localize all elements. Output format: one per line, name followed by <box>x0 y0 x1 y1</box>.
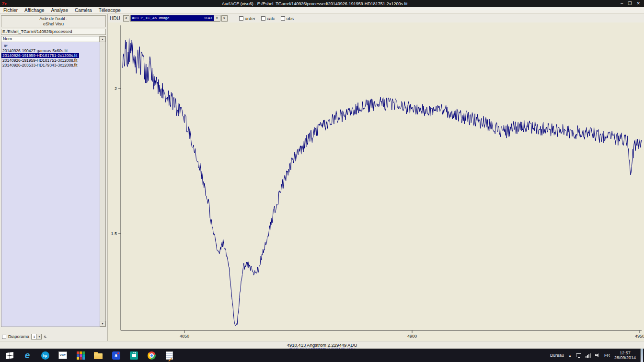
windows-store-icon <box>130 351 138 360</box>
windows-logo-icon <box>6 351 13 359</box>
internet-explorer-button[interactable]: e <box>22 349 33 362</box>
maximize-button[interactable]: ❐ <box>628 0 632 7</box>
order-option: order <box>239 16 255 21</box>
pixel-app-button[interactable] <box>75 349 86 362</box>
obs-checkbox[interactable] <box>281 16 285 21</box>
file-list-scrollbar[interactable] <box>100 42 105 321</box>
minimize-button[interactable]: – <box>621 0 623 7</box>
vnc-viewer-button[interactable]: VNC <box>57 349 69 362</box>
hdu-index: 1143 <box>204 15 212 21</box>
title-bar[interactable]: 7x Aud'ACE (visu6) - E:/Eshel_TGarrel/14… <box>0 0 644 7</box>
display-options: ordercalcobs <box>233 16 294 21</box>
chrome-icon <box>148 351 156 360</box>
menu-fichier[interactable]: Fichier <box>0 7 21 13</box>
close-button[interactable]: ✕ <box>636 0 640 7</box>
show-desktop-button[interactable] <box>640 349 643 362</box>
order-checkbox-label: order <box>245 16 255 21</box>
file-item[interactable]: 20140926-191959-HD181751-2x1200s.fit <box>1 53 79 58</box>
scrollbar-up-icon[interactable]: ▲ <box>100 36 105 42</box>
file-list: ☛ 20140926-190427-gamcas-5x60s.fit201409… <box>1 42 100 327</box>
hdu-toolbar: HDU < #23 P_1C_46 Image 1143 ▼ > orderca… <box>108 14 644 23</box>
internet-explorer-icon: e <box>25 351 30 360</box>
scrollbar-down-icon[interactable]: ▼ <box>100 321 105 327</box>
obs-checkbox-label: obs <box>287 16 294 21</box>
hp-button[interactable]: hp <box>39 349 51 362</box>
notepad-button[interactable] <box>163 349 175 362</box>
menu-telescope[interactable]: Télescope <box>95 7 124 13</box>
diaporama-unit: s. <box>44 334 47 339</box>
vnc-viewer-icon: VNC <box>58 351 67 359</box>
language-indicator[interactable]: FR <box>604 353 610 358</box>
tool-help-line2: eShel Visu <box>1 22 105 27</box>
tool-help-line1: Aide de l'outil : <box>1 16 105 22</box>
column-header-nom[interactable]: Nom <box>1 36 100 42</box>
menu-camera[interactable]: Caméra <box>71 7 95 13</box>
pixel-app-icon <box>77 351 85 360</box>
svg-text:4900: 4900 <box>407 334 417 339</box>
diaporama-controls: Diaporama 1 ▼ s. <box>2 334 47 339</box>
file-explorer-button[interactable] <box>92 349 104 362</box>
file-browser: Nom ▲ ☛ 20140926-190427-gamcas-5x60s.fit… <box>1 36 106 327</box>
file-explorer-icon <box>94 353 103 359</box>
start-button[interactable] <box>4 349 15 362</box>
tray-date: 28/09/2014 <box>614 355 636 360</box>
calc-option: calc <box>261 16 275 21</box>
notepad-icon <box>166 351 173 360</box>
tool-help-box: Aide de l'outil : eShel Visu <box>1 15 106 27</box>
svg-text:1.5: 1.5 <box>111 231 117 236</box>
audace-window: 7x Aud'ACE (visu6) - E:/Eshel_TGarrel/14… <box>0 0 644 362</box>
tray-time: 12:57 <box>614 351 636 355</box>
volume-tray-icon[interactable] <box>595 353 600 358</box>
show-hidden-icons-button[interactable]: ▲ <box>568 354 572 357</box>
hp-icon: hp <box>41 351 49 360</box>
calc-checkbox[interactable] <box>261 16 265 21</box>
clock[interactable]: 12:57 28/09/2014 <box>614 351 636 360</box>
system-tray: Bureau ▲ FR 12:57 28/09/2014 <box>550 349 644 362</box>
hdu-prev-button[interactable]: < <box>123 15 129 22</box>
menu-bar: FichierAffichageAnalyseCaméraTélescope <box>0 7 644 14</box>
file-item[interactable]: 20140926-190427-gamcas-5x60s.fit <box>1 48 68 53</box>
audace-icon: a <box>112 351 120 360</box>
hand-icon: ☛ <box>1 43 100 48</box>
hdu-label: HDU <box>110 16 120 21</box>
hdu-select[interactable]: #23 P_1C_46 Image 1143 ▼ <box>130 15 220 22</box>
obs-option: obs <box>281 16 294 21</box>
hdu-dropdown-icon[interactable]: ▼ <box>214 15 220 21</box>
chrome-button[interactable] <box>146 349 157 362</box>
svg-text:4850: 4850 <box>180 334 189 339</box>
svg-text:4950: 4950 <box>635 334 644 339</box>
spectrum-plot[interactable]: 21.5485049004950 <box>108 23 644 341</box>
diaporama-label: Diaporama <box>8 334 29 339</box>
diaporama-dropdown-icon[interactable]: ▼ <box>36 334 41 339</box>
diaporama-interval-value: 1 <box>32 335 36 339</box>
diaporama-interval-select[interactable]: 1 ▼ <box>31 334 42 339</box>
hdu-next-button[interactable]: > <box>221 15 228 22</box>
menu-analyse[interactable]: Analyse <box>48 7 72 13</box>
spectrum-chart: 21.5485049004950 <box>108 23 644 341</box>
sidebar: Aide de l'outil : eShel Visu E:/Eshel_TG… <box>0 14 108 341</box>
diaporama-checkbox[interactable] <box>2 335 6 339</box>
windows-store-button[interactable] <box>128 349 139 362</box>
audace-taskbar-button[interactable]: a <box>110 349 122 362</box>
display-tray-icon[interactable] <box>576 353 581 357</box>
calc-checkbox-label: calc <box>267 16 275 21</box>
desktop-toolbar-label[interactable]: Bureau <box>550 353 564 358</box>
file-item[interactable]: 20140926-191959-HD181751-3x1200s.fit <box>1 58 77 63</box>
taskbar: e hp VNC a Bureau ▲ <box>0 349 644 362</box>
main-area: HDU < #23 P_1C_46 Image 1143 ▼ > orderca… <box>108 14 644 341</box>
svg-text:2: 2 <box>115 86 117 91</box>
hdu-selected-value: #23 P_1C_46 Image 1143 <box>131 15 214 21</box>
network-tray-icon[interactable] <box>586 353 591 358</box>
menu-affichage[interactable]: Affichage <box>21 7 48 13</box>
file-item[interactable]: 20140926-203533-HD179343-3x1200s.fit <box>1 63 77 68</box>
window-title: Aud'ACE (visu6) - E:/Eshel_TGarrel/14092… <box>9 1 621 6</box>
current-path[interactable]: E:/Eshel_TGarrel/140926/processed <box>1 29 106 35</box>
hdu-value: #23 P_1C_46 Image <box>132 15 170 21</box>
order-checkbox[interactable] <box>239 16 243 21</box>
app-icon: 7x <box>2 1 7 6</box>
